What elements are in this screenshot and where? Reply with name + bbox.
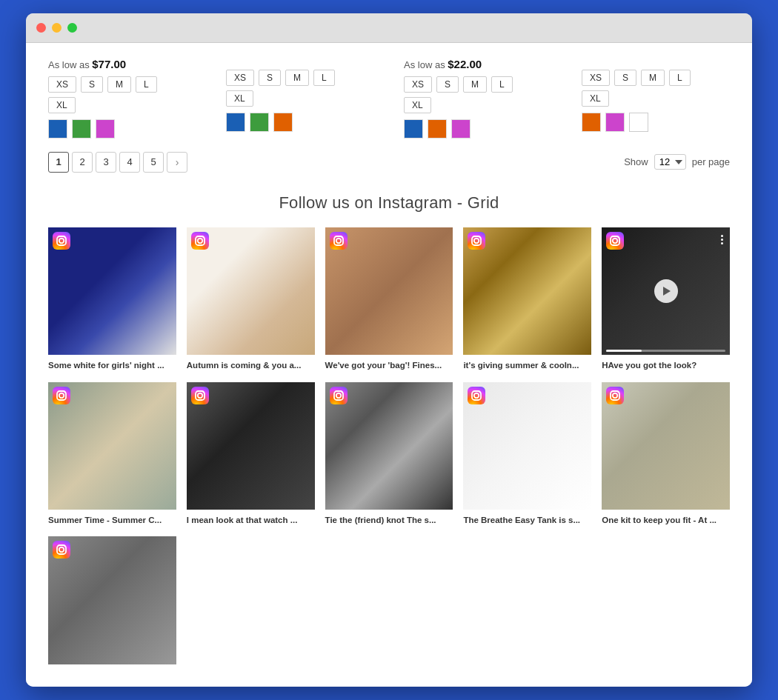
size-s-2[interactable]: S — [259, 70, 281, 86]
instagram-icon-8 — [468, 387, 485, 404]
size-xs-1[interactable]: XS — [48, 76, 76, 93]
size-xs-4[interactable]: XS — [582, 70, 610, 86]
swatch-green-2[interactable] — [250, 113, 269, 132]
titlebar — [26, 13, 752, 43]
svg-rect-12 — [468, 232, 485, 250]
page-3-button[interactable]: 3 — [96, 152, 116, 173]
instagram-item-8[interactable]: The Breathe Easy Tank is s... — [463, 382, 591, 527]
size-l-4[interactable]: L — [669, 70, 691, 86]
svg-rect-20 — [53, 387, 70, 404]
size-xl-3[interactable]: XL — [404, 97, 431, 113]
instagram-grid-row2: Summer Time - Summer C... — [48, 382, 730, 527]
swatch-pink-3[interactable] — [451, 119, 471, 139]
instagram-item-3[interactable]: it's giving summer & cooln... — [463, 227, 591, 372]
size-m-4[interactable]: M — [641, 70, 665, 86]
instagram-item-9[interactable]: One kit to keep you fit - At ... — [602, 382, 730, 527]
per-page-suffix: per page — [692, 156, 730, 167]
page-1-button[interactable]: 1 — [48, 152, 69, 173]
swatch-orange-3[interactable] — [428, 119, 447, 139]
svg-point-35 — [479, 391, 481, 393]
color-swatches-2 — [226, 113, 374, 132]
swatch-magenta-4[interactable] — [605, 113, 625, 132]
instagram-item-10[interactable] — [48, 536, 176, 664]
minimize-button[interactable] — [52, 23, 61, 33]
size-xl-4[interactable]: XL — [582, 90, 609, 107]
size-l-3[interactable]: L — [491, 76, 513, 93]
size-xl-1[interactable]: XL — [48, 97, 76, 113]
size-buttons-1: XS S M L — [48, 76, 196, 93]
instagram-icon-3 — [468, 232, 485, 250]
instagram-image-3 — [463, 227, 591, 356]
pagination: 1 2 3 4 5 › — [48, 152, 187, 173]
instagram-item-2[interactable]: We've got your 'bag'! Fines... — [325, 227, 453, 372]
instagram-image-2 — [325, 227, 453, 356]
price-value-3: $22.00 — [448, 58, 482, 70]
instagram-image-6 — [187, 382, 315, 510]
svg-rect-8 — [330, 232, 348, 250]
size-buttons-2: XS S M L — [226, 70, 374, 86]
size-xs-2[interactable]: XS — [226, 70, 254, 86]
per-page-select[interactable]: 12 24 36 — [654, 154, 686, 170]
instagram-item-7[interactable]: Tie the (friend) knot The s... — [325, 382, 453, 527]
maximize-button[interactable] — [67, 23, 77, 33]
svg-point-15 — [479, 236, 481, 238]
swatch-green-1[interactable] — [72, 119, 91, 139]
swatch-orange-4[interactable] — [582, 113, 601, 132]
svg-point-27 — [202, 391, 204, 393]
instagram-item-6[interactable]: I mean look at that watch ... — [187, 382, 315, 527]
close-button[interactable] — [36, 23, 46, 33]
instagram-icon-4 — [606, 232, 624, 250]
instagram-item-4[interactable]: HAve you got the look? — [602, 227, 730, 372]
instagram-image-5 — [48, 382, 176, 510]
size-m-3[interactable]: M — [463, 76, 487, 93]
next-page-button[interactable]: › — [167, 152, 187, 173]
svg-point-7 — [202, 236, 204, 238]
size-l-2[interactable]: L — [313, 70, 335, 86]
swatch-blue-1[interactable] — [48, 119, 67, 139]
instagram-caption-9: One kit to keep you fit - At ... — [602, 514, 730, 526]
size-xl-2[interactable]: XL — [226, 90, 253, 107]
instagram-caption-7: Tie the (friend) knot The s... — [325, 514, 453, 526]
page-4-button[interactable]: 4 — [119, 152, 140, 173]
video-progress-fill-4 — [606, 350, 642, 352]
dots-menu-4[interactable] — [719, 232, 725, 247]
svg-rect-0 — [53, 232, 70, 250]
size-buttons-4b: XL — [582, 90, 730, 107]
instagram-item-5[interactable]: Summer Time - Summer C... — [48, 382, 176, 527]
instagram-caption-5: Summer Time - Summer C... — [48, 514, 176, 526]
page-5-button[interactable]: 5 — [143, 152, 164, 173]
instagram-caption-4: HAve you got the look? — [602, 359, 730, 371]
product-col-2: XS S M L XL — [226, 58, 374, 139]
size-xs-3[interactable]: XS — [404, 76, 432, 93]
size-buttons-3: XS S M L — [404, 76, 552, 93]
size-m-1[interactable]: M — [107, 76, 131, 93]
size-s-4[interactable]: S — [614, 70, 636, 86]
swatch-blue-2[interactable] — [226, 113, 245, 132]
size-l-1[interactable]: L — [136, 76, 157, 93]
instagram-caption-0: Some white for girls' night ... — [48, 359, 176, 371]
swatch-blue-3[interactable] — [404, 119, 423, 139]
swatch-white-4[interactable] — [629, 113, 648, 132]
instagram-image-4 — [602, 227, 730, 356]
color-swatches-1 — [48, 119, 196, 139]
size-m-2[interactable]: M — [285, 70, 309, 86]
svg-rect-4 — [191, 232, 209, 250]
color-swatches-3 — [404, 119, 552, 139]
product-col-4: XS S M L XL — [582, 58, 730, 139]
svg-point-23 — [64, 391, 66, 393]
swatch-magenta-1[interactable] — [96, 119, 115, 139]
size-s-3[interactable]: S — [436, 76, 459, 93]
show-label: Show — [624, 156, 648, 167]
instagram-caption-1: Autumn is coming & you a... — [187, 359, 315, 371]
svg-point-19 — [618, 236, 619, 238]
page-2-button[interactable]: 2 — [72, 152, 93, 173]
instagram-icon-6 — [191, 387, 209, 404]
play-button-4[interactable] — [654, 279, 678, 303]
swatch-orange-2[interactable] — [273, 113, 293, 132]
size-buttons-1b: XL — [48, 97, 196, 113]
instagram-item-1[interactable]: Autumn is coming & you a... — [187, 227, 315, 372]
svg-point-3 — [64, 236, 66, 238]
instagram-item-0[interactable]: Some white for girls' night ... — [48, 227, 176, 372]
instagram-icon-2 — [330, 232, 348, 250]
size-s-1[interactable]: S — [81, 76, 103, 93]
